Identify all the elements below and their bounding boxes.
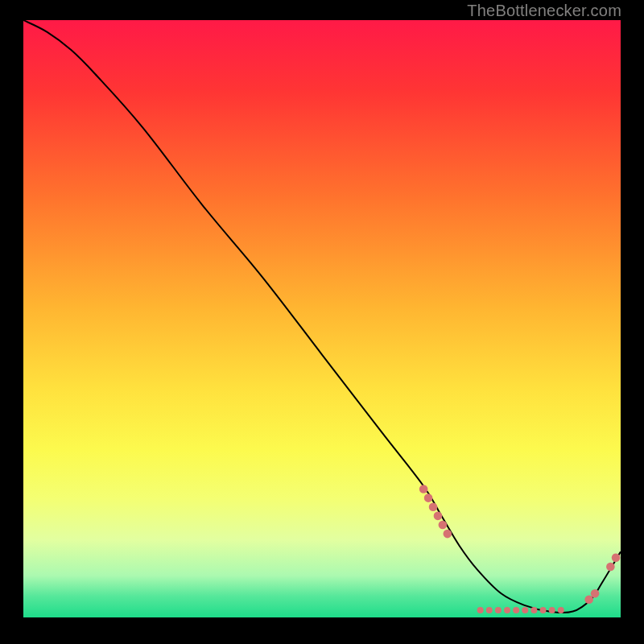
gradient-background xyxy=(23,20,621,617)
data-point xyxy=(477,607,484,613)
data-point xyxy=(540,607,547,613)
data-point xyxy=(434,512,443,521)
data-point xyxy=(495,607,502,613)
data-point xyxy=(558,607,564,613)
data-point xyxy=(522,607,528,613)
chart-svg xyxy=(23,20,621,617)
chart-canvas: TheBottleneсker.com xyxy=(0,0,644,644)
data-point xyxy=(429,502,438,511)
watermark-text: TheBottleneсker.com xyxy=(467,2,621,20)
data-point xyxy=(606,563,615,572)
data-point xyxy=(486,607,493,613)
data-point xyxy=(549,607,555,613)
data-point xyxy=(419,485,428,493)
data-point xyxy=(591,589,600,598)
data-point xyxy=(612,554,621,563)
data-point xyxy=(504,607,510,613)
data-point xyxy=(513,607,519,613)
data-point xyxy=(424,493,433,502)
data-point xyxy=(439,521,448,530)
plot-area xyxy=(23,20,621,617)
data-point xyxy=(444,530,452,539)
data-point xyxy=(530,607,537,613)
